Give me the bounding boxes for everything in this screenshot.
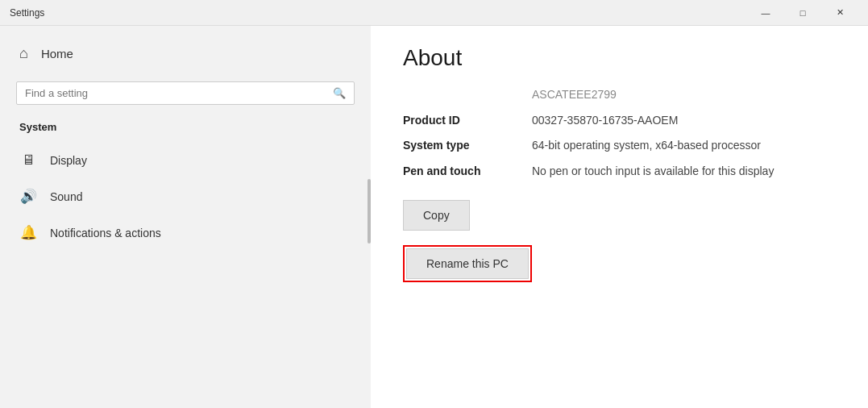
sidebar-section-label: System	[0, 118, 371, 143]
rename-button-wrapper: Rename this PC	[403, 245, 532, 282]
app-title: Settings	[10, 7, 747, 19]
search-box[interactable]: 🔍	[16, 81, 355, 105]
main-layout: ⌂ Home 🔍 System 🖥 Display 🔊 Sound 🔔 Noti…	[0, 26, 868, 408]
info-value-pentouch: No pen or touch input is available for t…	[532, 164, 836, 180]
info-label-devicename	[403, 87, 532, 88]
search-input[interactable]	[25, 87, 333, 99]
sidebar-display-label: Display	[50, 154, 87, 167]
info-label-productid: Product ID	[403, 113, 532, 127]
sidebar: ⌂ Home 🔍 System 🖥 Display 🔊 Sound 🔔 Noti…	[0, 26, 371, 408]
info-value-productid: 00327-35870-16735-AAOEM	[532, 113, 836, 129]
close-button[interactable]: ✕	[821, 0, 858, 26]
copy-button[interactable]: Copy	[403, 200, 470, 231]
content-panel: About ASCATEEE2799 Product ID 00327-3587…	[371, 26, 868, 408]
home-icon: ⌂	[19, 45, 28, 62]
titlebar: Settings — □ ✕	[0, 0, 868, 26]
sidebar-home-item[interactable]: ⌂ Home	[0, 39, 371, 75]
sound-icon: 🔊	[19, 188, 37, 205]
sidebar-item-notifications[interactable]: 🔔 Notifications & actions	[0, 214, 371, 251]
sidebar-sound-label: Sound	[50, 190, 82, 203]
buttons-row: Copy Rename this PC	[403, 192, 836, 282]
info-row-pentouch: Pen and touch No pen or touch input is a…	[403, 164, 836, 180]
display-icon: 🖥	[19, 152, 37, 169]
minimize-button[interactable]: —	[747, 0, 784, 26]
window-controls: — □ ✕	[747, 0, 858, 26]
page-title: About	[403, 45, 836, 71]
info-row-systemtype: System type 64-bit operating system, x64…	[403, 138, 836, 154]
sidebar-item-sound[interactable]: 🔊 Sound	[0, 178, 371, 214]
sidebar-notifications-label: Notifications & actions	[50, 227, 161, 239]
info-value-devicename: ASCATEEE2799	[532, 87, 836, 103]
info-table: ASCATEEE2799 Product ID 00327-35870-1673…	[403, 87, 836, 179]
sidebar-home-label: Home	[41, 47, 73, 60]
info-value-systemtype: 64-bit operating system, x64-based proce…	[532, 138, 836, 154]
info-label-pentouch: Pen and touch	[403, 164, 532, 177]
info-row-devicename: ASCATEEE2799	[403, 87, 836, 103]
search-icon: 🔍	[333, 87, 346, 99]
maximize-button[interactable]: □	[784, 0, 821, 26]
sidebar-item-display[interactable]: 🖥 Display	[0, 143, 371, 178]
info-row-productid: Product ID 00327-35870-16735-AAOEM	[403, 113, 836, 129]
notification-icon: 🔔	[19, 224, 37, 241]
rename-pc-button[interactable]: Rename this PC	[406, 248, 529, 279]
info-label-systemtype: System type	[403, 138, 532, 152]
